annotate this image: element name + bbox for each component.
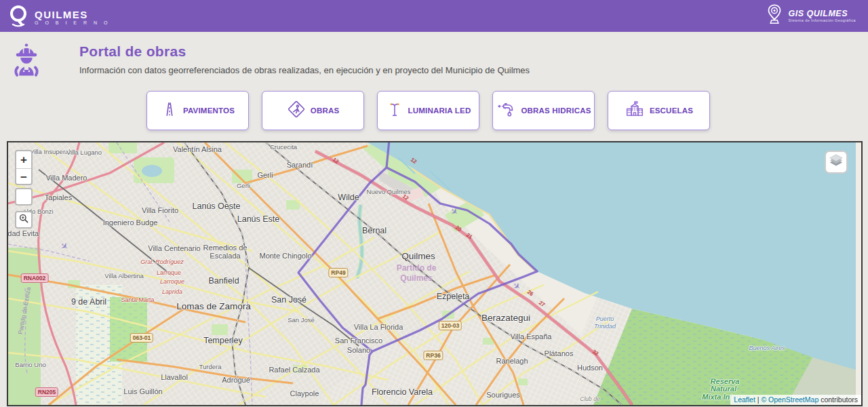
osm-link[interactable]: © OpenStreetMap [761,395,818,404]
attribution: Leaflet | © OpenStreetMap contributors [730,395,861,405]
map-label: Banfield [208,276,239,286]
worker-icon [9,39,44,83]
gis-title: GIS QUILMES [789,9,856,18]
map-label: Luis Guillón [123,387,162,395]
map-label: Sarandí [287,161,313,169]
zoom-control: + − [15,150,33,185]
road-ref: 20 [454,225,462,233]
map-label: Crucecita [270,143,297,151]
page-title: Portal de obras [79,43,186,60]
map-label: Solano [347,346,370,354]
map-label: Escalada [210,252,240,260]
map-label: Larroque [160,278,184,285]
nav-button-label: ESCUELAS [650,106,693,115]
map-label: Adrogué [222,376,250,384]
extent-button[interactable] [15,188,33,206]
nav-button-label: LUMINARIA LED [408,106,471,115]
map-label: Berazategui [481,313,530,323]
map-label: Gerli [237,182,250,189]
page-subtitle: Información con datos georreferenciados … [79,65,530,75]
nav-button-obras-hidricas[interactable]: OBRAS HIDRICAS [492,91,595,130]
airport-plane-icon: ✈ [448,206,460,218]
map-label: Plátanos [545,349,574,357]
faucet-icon [496,100,516,121]
map-label: Barrio Uno [15,361,45,368]
zoom-in-button[interactable]: + [16,151,31,169]
map-label: Lanús Este [237,214,280,224]
map-label: Villa Albertina [104,272,143,279]
map-container[interactable]: Villa InsuperableVilla LuganoValentín Al… [7,141,863,406]
road-ref: 32 [591,349,599,357]
map-label: Villa Lugano [66,149,102,156]
map-label: San Francisco [335,336,382,345]
map-label: 9 de Abril [71,297,106,307]
map-label: Villa Madero [46,174,87,182]
road-ref: 21 [465,232,473,240]
map-label: Turdera [199,363,222,370]
zoom-out-button[interactable]: − [16,169,31,186]
map-label: Claypole [290,389,319,398]
map-label: Larroque [157,269,181,276]
map-label: Partido de Ezeiza [17,286,32,334]
brand-name: QUILMES [35,9,110,20]
map-label: Partido de [397,263,437,273]
map-label: Gral. Rodríguez [140,258,184,265]
road-ref: 12 [332,157,340,165]
nav-button-label: PAVIMENTOS [183,106,235,115]
nav-button-pavimentos[interactable]: PAVIMENTOS [146,91,249,130]
route-badge: RN205 [35,387,58,397]
map-label: Trinidad [594,323,616,330]
route-badge: RNA002 [21,273,49,283]
map-label: Temperley [203,336,243,345]
map-label: Villa España [511,332,552,341]
map-label: Lanús Oeste [193,201,241,211]
map-label: Llavallol [161,373,188,381]
map-label: Hudson [577,364,603,372]
map-label: Gerli [257,171,273,179]
map-label: Tapiales [45,193,72,201]
layers-icon [829,154,844,170]
map-label: Santa Marta [121,296,154,303]
layers-button[interactable] [825,151,848,174]
school-icon [625,100,645,121]
airport-plane-icon: ✈ [511,280,523,293]
attribution-contributors: contributors [818,395,858,404]
route-badge: RP36 [423,351,443,360]
road-ref: 26 [526,289,534,297]
map-label: Villa La Florida [354,323,403,331]
map-label: San José [288,316,315,324]
route-badge: RP49 [328,268,348,277]
map-label: Natural [711,385,736,393]
map-label: Quilmes [400,273,432,283]
gis-subtitle: Sistema de Información Geográfica [789,18,856,22]
map-label: San José [271,295,307,305]
nav-button-luminaria-led[interactable]: LUMINARIA LED [377,91,479,130]
nav-button-label: OBRAS HIDRICAS [521,106,591,115]
map-label: Ezpeleta [437,292,470,301]
road-icon [161,100,178,121]
map-label: Buenos Aires [749,345,785,351]
airport-plane-icon: ✈ [58,240,71,253]
map-label: Ingeniero Budge [103,218,158,227]
magnifier-button[interactable] [15,211,33,229]
road-ref: 27 [538,300,546,308]
map-label: Quilmes [401,251,435,261]
map-label: Puerto [596,315,614,322]
gis-pin-icon [764,3,785,28]
route-badge: 120-03 [439,321,462,330]
nav-button-escuelas[interactable]: ESCUELAS [608,91,710,130]
nav-button-obras[interactable]: OBRAS [262,91,364,130]
brand-logo[interactable]: QUILMES G O B I E R N O [7,3,110,31]
header-bar: QUILMES G O B I E R N O GIS QUILMES Sist… [0,0,868,32]
gis-logo[interactable]: GIS QUILMES Sistema de Información Geogr… [764,3,856,28]
map-label: Club de [580,395,599,402]
map-label: Ranelagh [496,357,528,365]
map-label: Florencio Varela [372,387,433,397]
route-badge: 063-01 [130,333,153,343]
leaflet-link[interactable]: Leaflet [734,395,755,404]
map-label: Villa Fiorito [142,206,178,214]
map-label: Rafael Calzada [269,366,319,374]
road-ref: 12 [410,157,418,165]
search-zoom-icon [18,213,29,227]
map-label: Valentín Alsina [173,145,222,153]
